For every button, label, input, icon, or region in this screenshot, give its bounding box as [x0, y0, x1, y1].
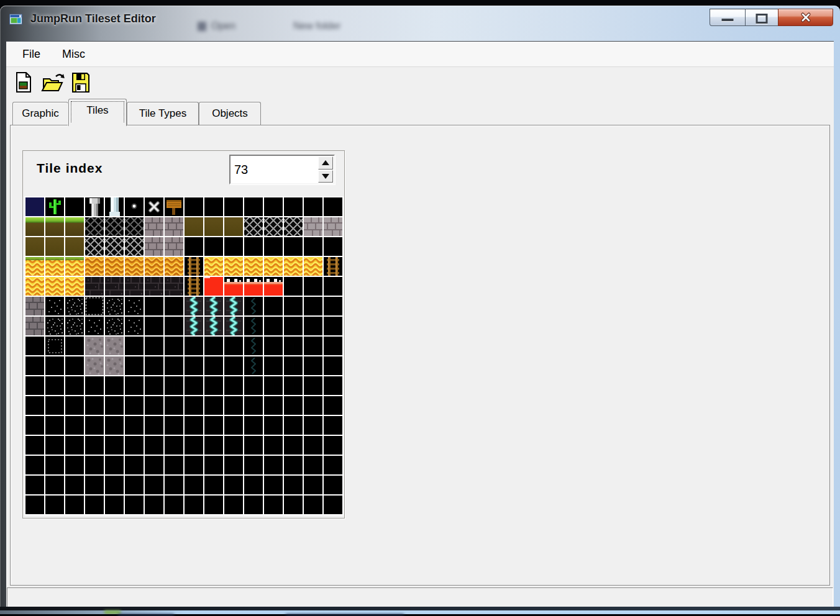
- tile-cell-r3c2-sand-green-top[interactable]: [65, 257, 84, 276]
- tile-cell-r3c11-yellow-sand-wave[interactable]: [244, 257, 263, 276]
- tile-cell-r12c4-empty-black[interactable]: [105, 436, 124, 455]
- tile-cell-r2c9-empty-black[interactable]: [204, 237, 223, 256]
- tile-cell-r7c5-empty-black[interactable]: [125, 337, 144, 355]
- tile-cell-r5c8-cyan-squiggle[interactable]: [185, 297, 203, 315]
- tile-cell-r3c6-orange-sand-wave[interactable]: [145, 257, 163, 276]
- tile-cell-r11c5-empty-black[interactable]: [125, 416, 144, 435]
- tile-cell-r1c10-dirt[interactable]: [224, 217, 243, 236]
- tile-cell-r2c11-empty-black[interactable]: [244, 237, 263, 256]
- tile-cell-r12c8-empty-black[interactable]: [185, 436, 203, 455]
- tile-cell-r14c11-empty-black[interactable]: [244, 476, 263, 494]
- tile-cell-r6c9-cyan-squiggle[interactable]: [204, 317, 223, 335]
- tile-cell-r12c5-empty-black[interactable]: [125, 436, 144, 455]
- tile-cell-r9c5-empty-black[interactable]: [125, 376, 144, 395]
- tile-cell-r4c6-dark-brick[interactable]: [145, 277, 163, 296]
- menu-file[interactable]: File: [16, 42, 47, 66]
- tile-cell-r13c8-empty-black[interactable]: [185, 456, 203, 474]
- tile-cell-r8c15-empty-black[interactable]: [324, 356, 342, 375]
- tile-cell-r15c9-empty-black[interactable]: [204, 496, 223, 514]
- tile-cell-r6c0-gray-stone[interactable]: [25, 317, 44, 335]
- tile-cell-r10c6-empty-black[interactable]: [145, 396, 163, 415]
- tile-cell-r0c14-empty-black[interactable]: [304, 197, 322, 216]
- tile-cell-r14c14-empty-black[interactable]: [304, 476, 322, 494]
- tile-cell-r1c7-stone-brick[interactable]: [165, 217, 183, 236]
- tile-cell-r8c8-empty-black[interactable]: [185, 356, 203, 375]
- tile-cell-r4c4-dark-brick[interactable]: [105, 277, 124, 296]
- tile-cell-r4c5-dark-brick[interactable]: [125, 277, 144, 296]
- tile-cell-r1c9-dirt[interactable]: [204, 217, 223, 236]
- tile-cell-r1c4-dark-crosshatch[interactable]: [105, 217, 124, 236]
- tile-cell-r8c4-mottled-stone[interactable]: [105, 356, 124, 375]
- tile-cell-r8c1-empty-black[interactable]: [45, 356, 64, 375]
- tile-cell-r14c12-empty-black[interactable]: [264, 476, 283, 494]
- tile-cell-r3c8-ladder[interactable]: [185, 257, 203, 276]
- tile-cell-r9c0-empty-black[interactable]: [25, 376, 44, 395]
- tile-cell-r5c7-empty-black[interactable]: [165, 297, 183, 315]
- tile-cell-r1c8-dirt[interactable]: [185, 217, 203, 236]
- tile-cell-r4c12-red-killer-drip-top[interactable]: [264, 277, 283, 296]
- tile-cell-r0c4-pipe-ice[interactable]: [105, 197, 124, 216]
- tile-cell-r1c3-dark-crosshatch[interactable]: [85, 217, 104, 236]
- tile-cell-r13c4-empty-black[interactable]: [105, 456, 124, 474]
- tile-cell-r13c0-empty-black[interactable]: [25, 456, 44, 474]
- tile-cell-r12c10-empty-black[interactable]: [224, 436, 243, 455]
- tile-cell-r5c5-sparse-speckle[interactable]: [125, 297, 144, 315]
- tile-cell-r1c12-gray-crosshatch[interactable]: [264, 217, 283, 236]
- tile-cell-r1c11-gray-crosshatch[interactable]: [244, 217, 263, 236]
- tile-cell-r6c12-empty-black[interactable]: [264, 317, 283, 335]
- tile-cell-r1c13-gray-crosshatch[interactable]: [284, 217, 303, 236]
- tile-cell-r15c12-empty-black[interactable]: [264, 496, 283, 514]
- tile-cell-r0c13-empty-black[interactable]: [284, 197, 303, 216]
- tile-cell-r11c15-empty-black[interactable]: [324, 416, 342, 435]
- tile-cell-r13c7-empty-black[interactable]: [165, 456, 183, 474]
- tile-cell-r2c15-empty-black[interactable]: [324, 237, 342, 256]
- tile-cell-r6c1-dense-speckle[interactable]: [45, 317, 64, 335]
- tile-cell-r11c4-empty-black[interactable]: [105, 416, 124, 435]
- tile-cell-r7c2-empty-black[interactable]: [65, 337, 84, 355]
- tile-cell-r12c3-empty-black[interactable]: [85, 436, 104, 455]
- tile-cell-r10c10-empty-black[interactable]: [224, 396, 243, 415]
- maximize-button[interactable]: [745, 9, 778, 26]
- tile-cell-r10c14-empty-black[interactable]: [304, 396, 322, 415]
- tile-cell-r14c13-empty-black[interactable]: [284, 476, 303, 494]
- tile-cell-r4c2-yellow-sand-wave[interactable]: [65, 277, 84, 296]
- tile-cell-r2c13-empty-black[interactable]: [284, 237, 303, 256]
- tile-cell-r5c0-gray-stone[interactable]: [25, 297, 44, 315]
- tab-graphic[interactable]: Graphic: [12, 102, 68, 125]
- tile-cell-r14c4-empty-black[interactable]: [105, 476, 124, 494]
- tile-cell-r14c1-empty-black[interactable]: [45, 476, 64, 494]
- tile-cell-r4c1-yellow-sand-wave[interactable]: [45, 277, 64, 296]
- tile-cell-r14c9-empty-black[interactable]: [204, 476, 223, 494]
- tile-cell-r3c4-orange-sand-wave[interactable]: [105, 257, 124, 276]
- tile-cell-r7c15-empty-black[interactable]: [324, 337, 342, 355]
- tile-cell-r11c6-empty-black[interactable]: [145, 416, 163, 435]
- tile-cell-r0c11-empty-black[interactable]: [244, 197, 263, 216]
- tile-cell-r13c1-empty-black[interactable]: [45, 456, 64, 474]
- tile-cell-r8c12-empty-black[interactable]: [264, 356, 283, 375]
- tile-cell-r9c12-empty-black[interactable]: [264, 376, 283, 395]
- tile-cell-r6c8-cyan-squiggle[interactable]: [185, 317, 203, 335]
- tile-cell-r0c9-empty-black[interactable]: [204, 197, 223, 216]
- tile-cell-r14c3-empty-black[interactable]: [85, 476, 104, 494]
- tile-cell-r7c1-small-dotted-box[interactable]: [45, 337, 64, 355]
- tile-cell-r6c2-dense-speckle[interactable]: [65, 317, 84, 335]
- tile-cell-r8c3-mottled-stone[interactable]: [85, 356, 104, 375]
- tile-cell-r11c12-empty-black[interactable]: [264, 416, 283, 435]
- tile-cell-r13c3-empty-black[interactable]: [85, 456, 104, 474]
- tile-cell-r4c3-dark-brick[interactable]: [85, 277, 104, 296]
- tile-cell-r9c7-empty-black[interactable]: [165, 376, 183, 395]
- tile-cell-r14c0-empty-black[interactable]: [25, 476, 44, 494]
- tile-cell-r11c9-empty-black[interactable]: [204, 416, 223, 435]
- tile-cell-r15c15-empty-black[interactable]: [324, 496, 342, 514]
- tile-cell-r11c3-empty-black[interactable]: [85, 416, 104, 435]
- tile-cell-r15c13-empty-black[interactable]: [284, 496, 303, 514]
- tile-cell-r7c13-empty-black[interactable]: [284, 337, 303, 355]
- tile-cell-r12c7-empty-black[interactable]: [165, 436, 183, 455]
- tile-cell-r2c8-empty-black[interactable]: [185, 237, 203, 256]
- tile-cell-r8c7-empty-black[interactable]: [165, 356, 183, 375]
- tile-cell-r6c7-empty-black[interactable]: [165, 317, 183, 335]
- tile-cell-r6c15-empty-black[interactable]: [324, 317, 342, 335]
- tile-cell-r10c9-empty-black[interactable]: [204, 396, 223, 415]
- tile-cell-r10c2-empty-black[interactable]: [65, 396, 84, 415]
- spin-down-button[interactable]: [318, 170, 333, 183]
